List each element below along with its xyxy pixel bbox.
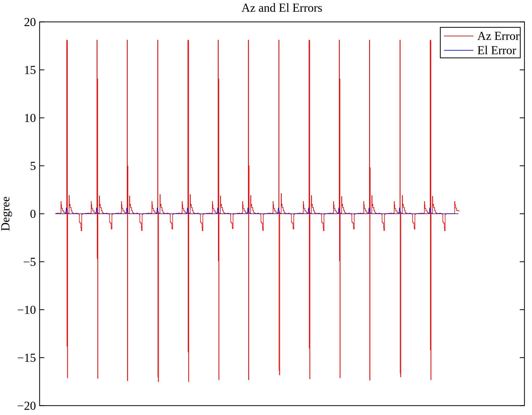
chart-title: Az and El Errors: [242, 1, 322, 14]
y-tick-label: 15: [24, 63, 36, 77]
generated-plot-elements: 20151050−5−10−15−20: [17, 15, 524, 412]
figure: 20151050−5−10−15−20 Az and El Errors Deg…: [0, 0, 532, 415]
legend-az-label: Az Error: [477, 29, 519, 42]
y-tick-label: −10: [17, 303, 36, 316]
y-tick-label: 10: [24, 111, 36, 125]
y-tick-label: 0: [30, 207, 36, 221]
legend-el-label: El Error: [477, 44, 516, 57]
y-tick-label: −15: [17, 351, 36, 364]
y-tick-label: −20: [17, 399, 36, 412]
y-axis-label: Degree: [0, 197, 12, 231]
chart-svg: 20151050−5−10−15−20 Az and El Errors Deg…: [0, 0, 532, 415]
y-tick-label: 5: [30, 159, 36, 173]
y-tick-label: −5: [23, 255, 36, 268]
y-tick-label: 20: [24, 15, 36, 29]
